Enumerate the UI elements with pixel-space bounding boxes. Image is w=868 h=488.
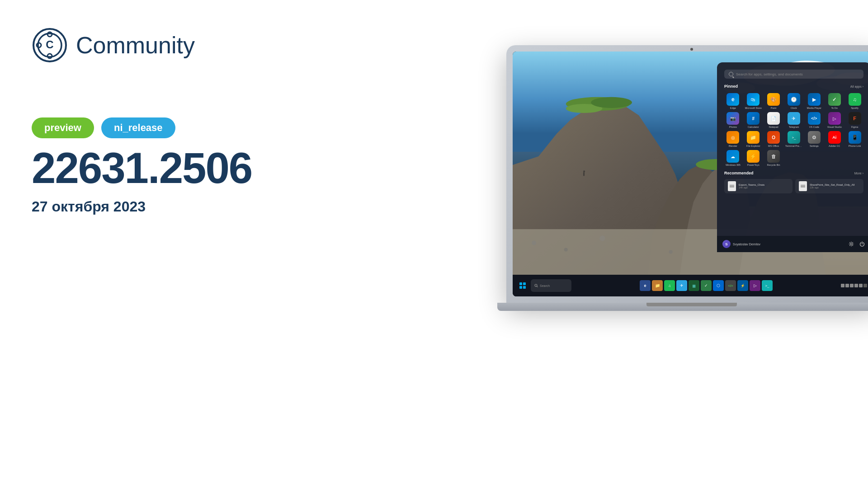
app-paint[interactable]: 🎨 Paint (765, 93, 783, 109)
app-todo[interactable]: ✓ To Do (826, 93, 843, 109)
footer-user[interactable]: S Svyatoslav Demilov (722, 240, 760, 248)
app-grid: e Edge 🛍 Microsoft Store 🎨 Paint (724, 93, 863, 166)
taskbar: Search e 📁 ♫ ✈ ◼ ✓ ⬡ </> ⚡ ▷ (513, 275, 868, 296)
tray-icon-4 (854, 284, 858, 287)
taskbar-search-text: Search (540, 284, 550, 287)
laptop-outer: Search for apps, settings, and documents… (506, 45, 868, 303)
app-calculator[interactable]: # Calculator (745, 112, 762, 128)
left-panel: C Community preview ni_release 22631.250… (0, 0, 307, 488)
right-panel: Search for apps, settings, and documents… (307, 0, 868, 488)
taskbar-right (841, 284, 867, 287)
svg-point-18 (591, 97, 632, 108)
rec-item-1[interactable]: SharePoint_Site_Set_Read_Only_All 13h ag… (795, 179, 863, 193)
rec-info-0: Export_Teams_Chats 14h ago (739, 183, 764, 189)
rec-item-0[interactable]: Export_Teams_Chats 14h ago (724, 179, 793, 193)
more-link[interactable]: More › (854, 172, 863, 175)
footer-actions (848, 241, 865, 247)
windows-button[interactable] (516, 279, 529, 292)
community-logo-icon: C (32, 27, 68, 63)
recommended-items: Export_Teams_Chats 14h ago (724, 179, 863, 193)
start-menu-footer: S Svyatoslav Demilov (717, 236, 868, 252)
pinned-label: Pinned (724, 84, 738, 89)
taskbar-search-icon (534, 284, 538, 287)
start-search-bar[interactable]: Search for apps, settings, and documents (724, 70, 863, 79)
app-powertoys[interactable]: ⚡ PowerToys (745, 150, 762, 166)
wallpaper: Search for apps, settings, and documents… (513, 52, 868, 275)
user-name: Svyatoslav Demilov (733, 243, 760, 246)
app-store[interactable]: 🛍 Microsoft Store (745, 93, 762, 109)
logo-text: Community (76, 32, 195, 59)
svg-point-4 (37, 43, 41, 47)
rec-time-1: 13h ago (810, 186, 854, 189)
recommended-header: Recommended More › (724, 171, 863, 175)
taskbar-file[interactable]: 📁 (652, 280, 663, 291)
svg-rect-29 (583, 172, 585, 176)
taskbar-left: Search (516, 279, 571, 292)
taskbar-app4[interactable]: </> (725, 280, 736, 291)
webcam-dot (690, 48, 693, 51)
taskbar-center: e 📁 ♫ ✈ ◼ ✓ ⬡ </> ⚡ ▷ >_ (640, 280, 773, 291)
laptop-hinge (646, 303, 737, 306)
taskbar-edge[interactable]: e (640, 280, 651, 291)
svg-point-27 (669, 250, 673, 254)
app-clock[interactable]: 🕐 Clock (785, 93, 803, 109)
app-media[interactable]: ▶ Media Player (805, 93, 823, 109)
version-number: 22631.2506 (32, 145, 276, 191)
taskbar-search[interactable]: Search (531, 279, 571, 292)
svg-point-25 (564, 248, 568, 252)
tray-icon-3 (850, 284, 854, 287)
app-terminal[interactable]: >_ Terminal Preview (785, 131, 803, 147)
taskbar-app6[interactable]: ▷ (750, 280, 760, 291)
rec-info-1: SharePoint_Site_Set_Read_Only_All 13h ag… (810, 183, 854, 189)
taskbar-app5[interactable]: ⚡ (737, 280, 748, 291)
tray-icon-6 (863, 284, 867, 287)
app-phonelink[interactable]: 📱 Phone Link (846, 131, 863, 147)
app-edge[interactable]: e Edge (724, 93, 742, 109)
svg-point-31 (850, 243, 852, 245)
app-photos[interactable]: 📷 Photos (724, 112, 742, 128)
app-vscode[interactable]: </> VS Code (805, 112, 823, 128)
all-apps-link[interactable]: All apps › (850, 85, 863, 88)
app-settings[interactable]: ⚙ Settings (805, 131, 823, 147)
power-footer-icon[interactable] (859, 241, 865, 247)
rec-doc-icon-1 (799, 181, 807, 191)
svg-point-26 (599, 235, 605, 241)
app-telegram[interactable]: ✈ Telegram (785, 112, 803, 128)
taskbar-app3[interactable]: ⬡ (713, 280, 724, 291)
app-adobecc[interactable]: Ai Adobe CC (826, 131, 843, 147)
taskbar-spotify[interactable]: ♫ (664, 280, 675, 291)
app-blender[interactable]: ◎ Blender (724, 131, 742, 147)
svg-point-2 (47, 32, 52, 37)
app-msoffice[interactable]: O MS Office (765, 131, 783, 147)
start-search-text: Search for apps, settings, and documents (736, 72, 803, 76)
taskbar-telegram[interactable]: ✈ (676, 280, 687, 291)
app-w365[interactable]: ☁ Windows 365 (724, 150, 742, 166)
badge-preview: preview (32, 117, 94, 138)
app-recycle[interactable]: 🗑 Recycle Bin (765, 150, 783, 166)
tray-icon-2 (845, 284, 849, 287)
badge-release: ni_release (101, 117, 175, 138)
settings-footer-icon[interactable] (848, 241, 854, 247)
tray-icon-5 (859, 284, 863, 287)
release-date: 27 октября 2023 (32, 198, 276, 215)
taskbar-terminal[interactable]: >_ (762, 280, 773, 291)
laptop-screen: Search for apps, settings, and documents… (513, 52, 868, 296)
taskbar-app2[interactable]: ✓ (701, 280, 712, 291)
taskbar-app1[interactable]: ◼ (689, 280, 699, 291)
svg-point-24 (532, 240, 536, 245)
logo-area: C Community (32, 27, 276, 63)
app-figma[interactable]: F Figma (846, 112, 863, 128)
app-visualstudio[interactable]: ▷ Visual Studio (826, 112, 843, 128)
sys-tray (841, 284, 867, 287)
pinned-header: Pinned All apps › (724, 84, 863, 89)
svg-text:C: C (46, 38, 53, 51)
rec-time-0: 14h ago (739, 186, 764, 189)
rec-doc-icon-0 (728, 181, 736, 191)
app-spotify[interactable]: ♫ Spotify (846, 93, 863, 109)
svg-point-3 (47, 54, 52, 58)
badges-container: preview ni_release (32, 117, 276, 138)
app-fileexplorer[interactable]: 📁 File Explorer (745, 131, 762, 147)
laptop-base (497, 303, 868, 311)
svg-point-30 (583, 170, 585, 172)
app-notepad[interactable]: 📄 Notepad (765, 112, 783, 128)
